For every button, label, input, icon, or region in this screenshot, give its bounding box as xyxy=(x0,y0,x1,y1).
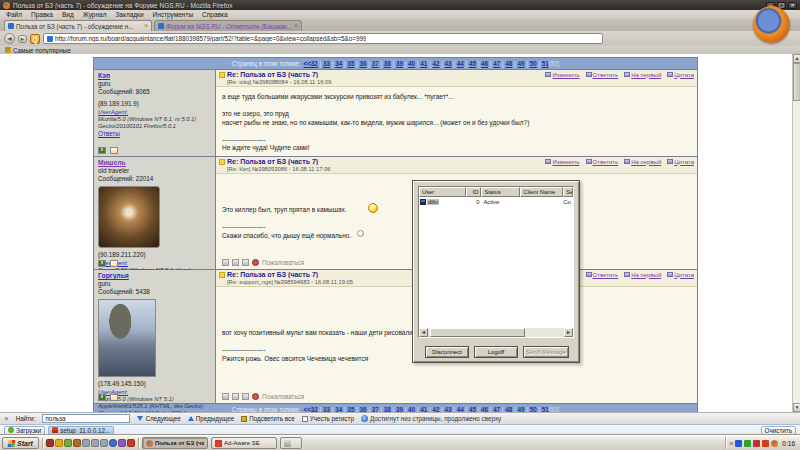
scroll-up-icon[interactable]: ▲ xyxy=(793,54,800,63)
quick-search-icon[interactable]: Q xyxy=(30,34,40,44)
menu-item[interactable]: Справка xyxy=(202,11,228,18)
tab-close-icon[interactable]: × xyxy=(144,23,148,29)
post-title-link[interactable]: Re: Польза от БЗ (часть 7) xyxy=(227,71,543,78)
reply-post-link[interactable]: Ответить xyxy=(586,72,619,78)
private-message-icon[interactable] xyxy=(110,394,118,401)
pencil-icon[interactable] xyxy=(73,439,81,447)
taskbar-window-misc[interactable] xyxy=(280,437,302,449)
post-title-link[interactable]: Re: Польза от БЗ (часть 7) xyxy=(227,158,543,165)
edit-post-link[interactable]: Изменить xyxy=(545,72,579,78)
scrollbar-thumb[interactable] xyxy=(430,328,525,337)
window-icon[interactable] xyxy=(91,439,99,447)
page-link[interactable]: 45 xyxy=(469,60,476,67)
window-icon[interactable] xyxy=(100,439,108,447)
media-icon[interactable] xyxy=(127,439,135,447)
profile-icon[interactable] xyxy=(232,259,239,266)
list-column-header[interactable]: User xyxy=(419,187,466,197)
taskbar-window-adaware[interactable]: Ad-Aware SE xyxy=(211,437,277,449)
author-link[interactable]: Мишель xyxy=(98,159,211,167)
add-contact-icon[interactable] xyxy=(98,147,106,154)
close-findbar-icon[interactable]: × xyxy=(4,415,9,423)
checkbox-icon[interactable] xyxy=(302,416,308,422)
reply-post-link[interactable]: Ответить xyxy=(586,272,619,278)
first-post-link[interactable]: На первый xyxy=(624,159,661,165)
author-link[interactable]: Кэп xyxy=(98,72,211,80)
page-link[interactable]: 49 xyxy=(518,60,525,67)
users-list[interactable]: UserIDStatusClient NameSe dilin 0 Active… xyxy=(418,186,574,338)
page-link[interactable]: 38 xyxy=(384,60,391,67)
page-link[interactable]: 50 xyxy=(530,60,537,67)
bookmark-item[interactable]: Самые популярные xyxy=(13,47,71,54)
page-link[interactable]: 36 xyxy=(359,60,366,67)
browser-icon[interactable] xyxy=(46,439,54,447)
copy-icon[interactable] xyxy=(242,393,249,400)
tab-forum-topic[interactable]: Польза от БЗ (часть 7) - обсуждение н...… xyxy=(4,20,152,31)
close-button[interactable]: × xyxy=(788,2,797,9)
profile-icon[interactable] xyxy=(232,393,239,400)
quote-post-link[interactable]: Цитата xyxy=(667,72,694,78)
add-contact-icon[interactable] xyxy=(98,260,106,267)
taskbar-clock[interactable]: 0:16 xyxy=(782,440,795,447)
menu-item[interactable]: Файл xyxy=(6,11,22,18)
list-column-header[interactable]: Client Name xyxy=(520,187,563,197)
start-button[interactable]: Start xyxy=(2,437,39,449)
firefox-tray-icon[interactable] xyxy=(771,440,778,447)
useragent-label[interactable]: UserAgent: xyxy=(98,108,211,116)
tab-close-icon[interactable]: × xyxy=(294,23,298,29)
page-link[interactable]: <<32 xyxy=(304,60,318,67)
report-link[interactable]: Пожаловаться xyxy=(262,393,304,402)
vertical-scrollbar[interactable]: ▲ ▼ xyxy=(792,54,800,412)
find-next-button[interactable]: Следующее xyxy=(137,415,180,422)
url-bar[interactable]: http://forum.ngs.ru/board/acquaintance/f… xyxy=(43,33,603,44)
menu-item[interactable]: Журнал xyxy=(83,11,107,18)
collapse-tray-icon[interactable]: « xyxy=(729,440,733,447)
scroll-right-icon[interactable]: ► xyxy=(564,328,573,337)
menu-item[interactable]: Закладки xyxy=(115,11,143,18)
page-link[interactable]: 51 xyxy=(542,60,549,67)
user-row[interactable]: dilin 0 Active Co xyxy=(419,197,573,206)
update-icon[interactable] xyxy=(753,440,760,447)
quote-post-link[interactable]: Цитата xyxy=(667,272,694,278)
author-replies-link[interactable]: Ответы xyxy=(98,130,211,138)
globe-icon[interactable] xyxy=(109,439,117,447)
page-link[interactable]: 46 xyxy=(481,60,488,67)
add-contact-icon[interactable] xyxy=(98,394,106,401)
back-button[interactable]: ◄ xyxy=(4,33,15,44)
report-icon[interactable] xyxy=(252,259,259,266)
horizontal-scrollbar[interactable]: ◄ ► xyxy=(419,328,573,337)
shield-icon[interactable] xyxy=(64,439,72,447)
network-icon[interactable] xyxy=(735,440,742,447)
logoff-button[interactable]: Logoff xyxy=(474,346,518,358)
author-link[interactable]: Горгулья xyxy=(98,272,211,280)
menu-item[interactable]: Правка xyxy=(31,11,53,18)
report-icon[interactable] xyxy=(252,393,259,400)
page-link[interactable]: 43 xyxy=(445,60,452,67)
mail-icon[interactable] xyxy=(55,439,63,447)
copy-icon[interactable] xyxy=(242,259,249,266)
list-column-header[interactable]: Status xyxy=(481,187,520,197)
private-message-icon[interactable] xyxy=(110,260,118,267)
menu-item[interactable]: Вид xyxy=(62,11,74,18)
scroll-down-icon[interactable]: ▼ xyxy=(793,403,800,412)
quote-post-link[interactable]: Цитата xyxy=(667,159,694,165)
page-link[interactable]: 44 xyxy=(457,60,464,67)
list-column-header[interactable]: ID xyxy=(466,187,482,197)
scroll-left-icon[interactable]: ◄ xyxy=(419,328,428,337)
disconnect-button[interactable]: Disconnect xyxy=(425,346,469,358)
find-prev-button[interactable]: Предыдущее xyxy=(188,415,235,422)
forward-button[interactable]: ► xyxy=(18,35,27,43)
first-post-link[interactable]: На первый xyxy=(624,272,661,278)
menu-item[interactable]: Инструменты xyxy=(153,11,194,18)
edit-post-link[interactable]: Изменить xyxy=(545,159,579,165)
tab-forum-reply[interactable]: Форум на NGS.RU - Ответить [Башмач... × xyxy=(154,20,302,31)
find-input[interactable] xyxy=(42,414,130,423)
highlight-all-button[interactable]: Подсветить все xyxy=(241,415,295,422)
antivirus-icon[interactable] xyxy=(744,440,751,447)
page-link[interactable]: 33 xyxy=(323,60,330,67)
private-message-icon[interactable] xyxy=(110,147,118,154)
clear-downloads-button[interactable]: Очистить xyxy=(761,426,796,435)
window-icon[interactable] xyxy=(82,439,90,447)
download-item[interactable]: setup_11.0.0.12... xyxy=(48,426,114,435)
print-icon[interactable] xyxy=(222,259,229,266)
recorder-icon[interactable] xyxy=(762,440,769,447)
